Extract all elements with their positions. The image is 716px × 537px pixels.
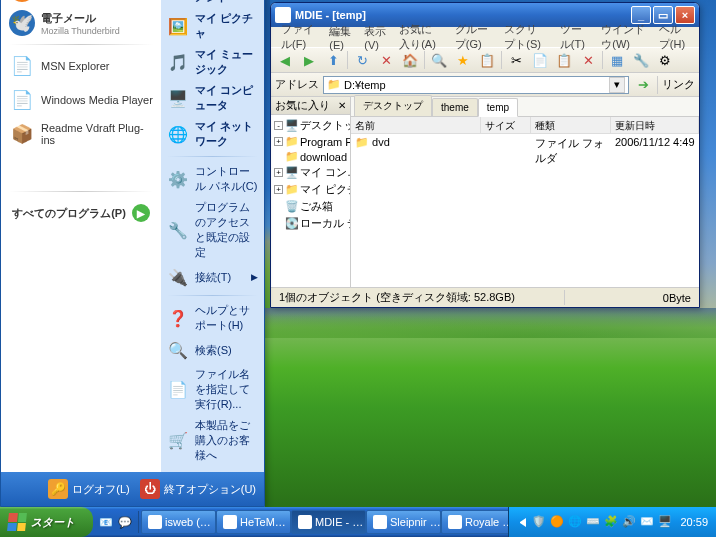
app-icon: 📄 [9, 53, 35, 79]
tray-icon[interactable]: ✉️ [640, 515, 655, 530]
start-button[interactable]: スタート [0, 507, 93, 537]
folder-icon: 📁 [285, 150, 298, 163]
clock[interactable]: 20:59 [680, 516, 708, 528]
tray-icon[interactable]: 🛡️ [532, 515, 547, 530]
status-left: 1個のオブジェクト (空きディスク領域: 52.8GB) [275, 290, 565, 305]
tree-item[interactable]: +🖥️マイ コン… [271, 164, 350, 181]
start-item[interactable]: 🔌接続(T)▶ [163, 263, 262, 291]
menu-item[interactable]: ツール(T) [554, 20, 595, 54]
col-date[interactable]: 更新日時 [611, 117, 699, 133]
ql-icon[interactable]: 📧 [97, 511, 115, 533]
task-button[interactable]: isweb (… [141, 510, 216, 534]
menu-item[interactable]: ファイル(F) [275, 20, 323, 54]
system-tray: 🛡️ 🟠 🌐 ⌨️ 🧩 🔊 ✉️ 🖥️ 20:59 [508, 507, 716, 537]
task-button[interactable]: Sleipnir … [366, 510, 441, 534]
menu-item[interactable]: ヘルプ(H) [653, 20, 695, 54]
tray-icon[interactable]: 🟠 [550, 515, 565, 530]
col-type[interactable]: 種類 [531, 117, 611, 133]
go-button[interactable]: ➔ [633, 75, 653, 95]
tree-item[interactable]: +📁マイ ピクチャ [271, 181, 350, 198]
start-item[interactable]: 📄ファイル名を指定して実行(R)... [163, 364, 262, 415]
tree-item[interactable]: 🗑️ごみ箱 [271, 198, 350, 215]
all-programs[interactable]: すべてのプログラム(P)▶ [3, 196, 159, 230]
start-item[interactable]: ⚙️コントロール パネル(C) [163, 161, 262, 197]
forward-button[interactable]: ▶ [299, 50, 319, 70]
list-item[interactable]: 📁 dvdファイル フォルダ2006/11/12 4:49 [351, 134, 699, 168]
task-button[interactable]: Royale … [441, 510, 508, 534]
menu-item[interactable]: お気に入り(A) [393, 20, 449, 54]
statusbar: 1個のオブジェクト (空きディスク領域: 52.8GB) 0Byte [271, 287, 699, 307]
status-right: 0Byte [565, 292, 695, 304]
folder-icon: 🗑️ [285, 200, 298, 213]
start-item[interactable]: 🌐マイ ネットワーク [163, 116, 262, 152]
start-item[interactable]: 📁マイ ドキュメント [163, 0, 262, 8]
tab[interactable]: theme [432, 98, 478, 116]
tray-icon[interactable]: ⌨️ [586, 515, 601, 530]
start-item[interactable]: 🖼️マイ ピクチャ [163, 8, 262, 44]
tree-item[interactable]: 📁download [271, 149, 350, 164]
ql-icon[interactable]: 💬 [116, 511, 134, 533]
start-item[interactable]: 📄Windows Media Player [3, 83, 159, 117]
back-button[interactable]: ◀ [275, 50, 295, 70]
task-button[interactable]: HeTeM… [216, 510, 291, 534]
shutdown-button[interactable]: ⏻ 終了オプション(U) [140, 479, 256, 499]
gear-icon[interactable]: ⚙ [655, 50, 675, 70]
favorites-icon[interactable]: ★ [453, 50, 473, 70]
start-item[interactable]: 🎵マイ ミュージック [163, 44, 262, 80]
dropdown-icon[interactable]: ▾ [609, 77, 625, 93]
task-icon [148, 515, 162, 529]
start-item[interactable]: 🛒本製品をご購入のお客様へ [163, 415, 262, 466]
start-item[interactable]: 🔍検索(S) [163, 336, 262, 364]
tree-item[interactable]: +📁Program Files [271, 134, 350, 149]
expand-icon[interactable]: + [274, 168, 283, 177]
tool-icon[interactable]: 🔧 [631, 50, 651, 70]
toolbar: ◀ ▶ ⬆ ↻ ✕ 🏠 🔍 ★ 📋 ✂ 📄 📋 ✕ ▦ 🔧 ⚙ [271, 47, 699, 73]
delete-icon[interactable]: ✕ [578, 50, 598, 70]
refresh-icon[interactable]: ↻ [352, 50, 372, 70]
expand-icon[interactable]: - [274, 121, 283, 130]
tab[interactable]: temp [478, 98, 518, 117]
copy-icon[interactable]: 📄 [530, 50, 550, 70]
tree-item[interactable]: -🖥️デスクトップ [271, 117, 350, 134]
tray-icon[interactable]: 🔊 [622, 515, 637, 530]
menu-item[interactable]: 編集(E) [323, 22, 358, 53]
logoff-button[interactable]: 🔑 ログオフ(L) [48, 479, 129, 499]
tab[interactable]: デスクトップ [354, 95, 432, 116]
folder-icon: 💽 [285, 217, 298, 230]
start-item[interactable]: 🕊️電子メールMozilla Thunderbird [3, 6, 159, 40]
link-label: リンク [662, 77, 695, 92]
cut-icon[interactable]: ✂ [506, 50, 526, 70]
tray-icon[interactable]: 🖥️ [658, 515, 673, 530]
menu-item[interactable]: ウインドウ(W) [595, 20, 653, 54]
tray-icon[interactable]: 🧩 [604, 515, 619, 530]
view-icon[interactable]: ▦ [607, 50, 627, 70]
start-item[interactable]: 📄MSN Explorer [3, 49, 159, 83]
search-icon[interactable]: 🔍 [429, 50, 449, 70]
stop-icon[interactable]: ✕ [376, 50, 396, 70]
menu-item[interactable]: 表示(V) [358, 22, 393, 53]
close-panel-icon[interactable]: ✕ [338, 100, 346, 111]
start-item[interactable]: 📦Readme Vdraft Plug-ins [3, 117, 159, 151]
address-input[interactable]: 📁 D:¥temp ▾ [323, 76, 629, 94]
start-item[interactable]: 🖥️マイ コンピュータ [163, 80, 262, 116]
start-item[interactable]: ❓ヘルプとサポート(H) [163, 300, 262, 336]
menu-item[interactable]: グループ(G) [449, 20, 498, 54]
tray-expand-icon[interactable] [517, 518, 526, 527]
tree-item[interactable]: 💽ローカル ディス… [271, 215, 350, 232]
expand-icon[interactable]: + [274, 137, 283, 146]
col-name[interactable]: 名前 [351, 117, 481, 133]
start-item[interactable]: 🔧プログラムのアクセスと既定の設定 [163, 197, 262, 263]
col-size[interactable]: サイズ [481, 117, 531, 133]
expand-icon[interactable]: + [274, 185, 283, 194]
list-header: 名前 サイズ 種類 更新日時 [351, 117, 699, 134]
menu-item[interactable]: スクリプト(S) [498, 20, 554, 54]
menubar: ファイル(F)編集(E)表示(V)お気に入り(A)グループ(G)スクリプト(S)… [271, 27, 699, 47]
tray-icon[interactable]: 🌐 [568, 515, 583, 530]
item-icon: ⚙️ [167, 168, 189, 190]
history-icon[interactable]: 📋 [477, 50, 497, 70]
up-button[interactable]: ⬆ [323, 50, 343, 70]
home-icon[interactable]: 🏠 [400, 50, 420, 70]
task-button[interactable]: MDIE - … [291, 510, 366, 534]
address-value: D:¥temp [344, 79, 386, 91]
paste-icon[interactable]: 📋 [554, 50, 574, 70]
